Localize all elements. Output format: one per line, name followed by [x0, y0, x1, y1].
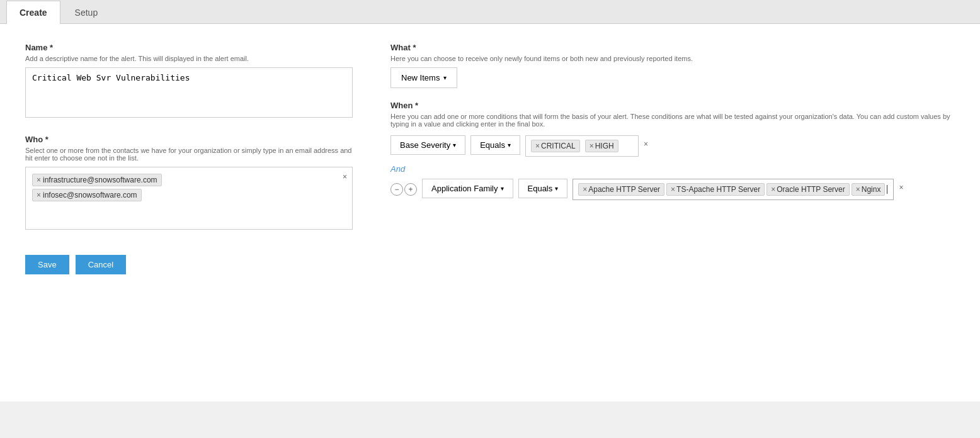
severity-tag-x-critical[interactable]: × — [535, 142, 540, 150]
app-family-button[interactable]: Application Family ▾ — [422, 179, 513, 198]
who-hint: Select one or more from the contacts we … — [25, 147, 353, 162]
app-tag-nginx: × Nginx — [852, 183, 886, 196]
equals-button-2[interactable]: Equals ▾ — [518, 179, 568, 198]
app-family-chevron-icon: ▾ — [501, 185, 504, 192]
minus-icon: − — [394, 185, 399, 194]
remove-condition-button[interactable]: − — [390, 183, 403, 196]
app-tag-x-nginx[interactable]: × — [856, 185, 860, 194]
equals-chevron-icon-2: ▾ — [555, 185, 558, 192]
email-tag-1: × infrastructure@snowsoftware.com — [32, 174, 162, 186]
app-tag-nginx-text: Nginx — [862, 185, 881, 194]
new-items-button[interactable]: New Items ▾ — [390, 67, 457, 88]
app-tag-x-ts-apache[interactable]: × — [671, 185, 675, 194]
left-column: Name * Add a descriptive name for the al… — [25, 43, 353, 230]
name-hint: Add a descriptive name for the alert. Th… — [25, 55, 353, 62]
add-condition-button[interactable]: + — [404, 183, 417, 196]
email-tag-text-2: infosec@snowsoftware.com — [43, 191, 137, 199]
app-tag-x-apache[interactable]: × — [583, 185, 587, 194]
footer-buttons: Save Cancel — [25, 255, 955, 274]
who-label: Who * — [25, 135, 353, 144]
text-cursor — [887, 185, 888, 194]
cancel-button[interactable]: Cancel — [76, 255, 126, 274]
plus-icon: + — [408, 185, 413, 194]
app-family-tags-clear-icon[interactable]: × — [896, 179, 903, 192]
app-tag-ts-apache-text: TS-Apache HTTP Server — [676, 185, 760, 194]
email-tag-x-icon[interactable]: × — [37, 176, 41, 184]
when-label: When * — [390, 101, 955, 110]
right-column: What * Here you can choose to receive on… — [390, 43, 955, 230]
severity-tag-high: × HIGH — [585, 140, 618, 152]
app-tag-ts-apache: × TS-Apache HTTP Server — [666, 183, 765, 196]
email-tag-2: × infosec@snowsoftware.com — [32, 189, 142, 201]
app-tag-oracle: × Oracle HTTP Server — [766, 183, 849, 196]
tab-setup[interactable]: Setup — [62, 1, 111, 24]
form-layout: Name * Add a descriptive name for the al… — [25, 43, 955, 230]
email-recipients-box[interactable]: × infrastructure@snowsoftware.com × info… — [25, 167, 353, 230]
new-items-chevron-icon: ▾ — [443, 74, 447, 81]
condition-row-2: − + Application Family ▾ Equals ▾ — [390, 179, 955, 200]
when-section: When * Here you can add one or more cond… — [390, 101, 955, 200]
severity-tag-x-high[interactable]: × — [590, 142, 594, 150]
tab-create[interactable]: Create — [6, 1, 60, 24]
main-content: Name * Add a descriptive name for the al… — [0, 24, 980, 402]
save-button[interactable]: Save — [25, 255, 69, 274]
and-label: And — [390, 164, 955, 174]
app-family-tags-box[interactable]: × Apache HTTP Server × TS-Apache HTTP Se… — [573, 179, 894, 200]
base-severity-button[interactable]: Base Severity ▾ — [390, 135, 465, 155]
email-tag-text-1: infrastructure@snowsoftware.com — [43, 176, 157, 184]
base-severity-label: Base Severity — [400, 140, 450, 150]
severity-tag-critical-text: CRITICAL — [541, 142, 576, 150]
severity-tag-critical: × CRITICAL — [531, 140, 580, 152]
app-family-label: Application Family — [431, 184, 498, 193]
what-label: What * — [390, 43, 955, 52]
equals-button-1[interactable]: Equals ▾ — [470, 135, 520, 155]
email-box-header: × infrastructure@snowsoftware.com × info… — [31, 172, 347, 203]
what-section: What * Here you can choose to receive on… — [390, 43, 955, 88]
equals-label-1: Equals — [480, 140, 505, 150]
name-input[interactable]: Critical Web Svr Vulnerabilities — [25, 67, 353, 118]
who-section: Who * Select one or more from the contac… — [25, 135, 353, 230]
app-tag-apache: × Apache HTTP Server — [578, 183, 664, 196]
new-items-label: New Items — [401, 73, 440, 82]
severity-tags-clear-icon[interactable]: × — [641, 135, 648, 149]
email-tags-container: × infrastructure@snowsoftware.com × info… — [31, 172, 163, 203]
app-tag-oracle-text: Oracle HTTP Server — [777, 185, 845, 194]
what-hint: Here you can choose to receive only newl… — [390, 55, 955, 62]
severity-tag-high-text: HIGH — [595, 142, 614, 150]
severity-tags-box[interactable]: × CRITICAL × HIGH — [525, 135, 639, 157]
condition-row-1: Base Severity ▾ Equals ▾ × CRITICAL — [390, 135, 955, 157]
severity-tags-container: × CRITICAL × HIGH × — [525, 135, 648, 157]
equals-label-2: Equals — [528, 184, 553, 193]
base-severity-chevron-icon: ▾ — [453, 142, 456, 149]
email-tag-x-icon-2[interactable]: × — [37, 191, 41, 199]
tab-bar: Create Setup — [0, 0, 980, 24]
when-hint: Here you can add one or more conditions … — [390, 113, 955, 128]
add-remove-buttons: − + — [390, 183, 417, 196]
app-tag-apache-text: Apache HTTP Server — [588, 185, 660, 194]
name-section: Name * Add a descriptive name for the al… — [25, 43, 353, 120]
app-family-tags-container: × Apache HTTP Server × TS-Apache HTTP Se… — [573, 179, 903, 200]
equals-chevron-icon-1: ▾ — [508, 142, 511, 149]
email-clear-icon[interactable]: × — [343, 172, 347, 181]
name-label: Name * — [25, 43, 353, 52]
app-tag-x-oracle[interactable]: × — [771, 185, 775, 194]
